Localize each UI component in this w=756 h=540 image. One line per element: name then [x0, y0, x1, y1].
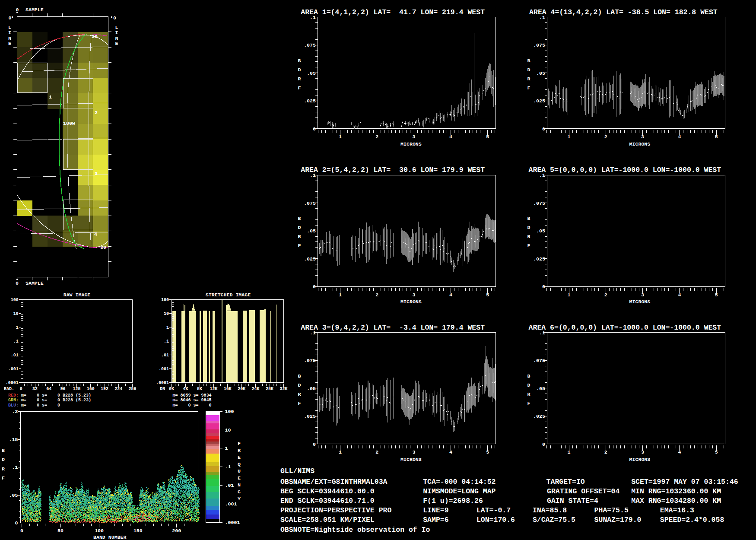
svg-text:8K: 8K — [197, 387, 202, 391]
svg-text:224: 224 — [114, 387, 122, 391]
svg-text:SAMPLE: SAMPLE — [25, 280, 44, 286]
svg-text:0: 0 — [113, 15, 116, 21]
svg-text:INA=85.8: INA=85.8 — [533, 506, 567, 515]
svg-text:E: E — [8, 41, 11, 46]
svg-text:180W: 180W — [63, 121, 75, 126]
svg-text:3: 3 — [95, 171, 98, 176]
svg-text:E: E — [115, 41, 118, 46]
svg-text:MICRONS: MICRONS — [400, 457, 422, 462]
svg-text:3: 3 — [413, 292, 416, 298]
svg-text:MICRONS: MICRONS — [629, 457, 651, 462]
svg-text:PHA=75.5: PHA=75.5 — [594, 506, 629, 515]
svg-text:SCET=1997 MAY 07 03:15:46: SCET=1997 MAY 07 03:15:46 — [631, 478, 738, 486]
svg-text:STRETCHED IMAGE: STRETCHED IMAGE — [206, 292, 251, 298]
svg-text:F: F — [527, 400, 530, 406]
svg-text:96: 96 — [60, 387, 65, 391]
svg-text:LAT=-0.7: LAT=-0.7 — [476, 506, 511, 515]
svg-text:RED: m= 0 s= 0 B228 (5.2: RED: m= 0 s= 0 B228 (5.23) — [8, 393, 91, 398]
svg-text:MICRONS: MICRONS — [629, 141, 651, 147]
svg-text:3: 3 — [641, 292, 644, 298]
svg-text:50: 50 — [57, 528, 64, 534]
svg-text:SAMPLE: SAMPLE — [25, 7, 44, 13]
svg-text:0: 0 — [15, 520, 18, 526]
svg-text:B: B — [527, 373, 530, 379]
svg-text:4: 4 — [94, 232, 97, 237]
svg-text:B: B — [298, 58, 301, 64]
svg-text:N: N — [8, 35, 11, 41]
svg-text:D: D — [527, 225, 530, 230]
svg-text:2: 2 — [604, 449, 607, 455]
svg-text:MAX RNG=1034280.00 KM: MAX RNG=1034280.00 KM — [631, 497, 721, 505]
svg-text:3: 3 — [413, 134, 416, 140]
svg-text:.05: .05 — [9, 492, 18, 498]
svg-text:30: 30 — [92, 34, 98, 39]
svg-text:.15: .15 — [9, 437, 18, 442]
svg-text:.001: .001 — [225, 501, 237, 507]
svg-text:10: 10 — [164, 311, 169, 316]
svg-text:2: 2 — [604, 292, 607, 298]
svg-text:m= 8059 s= 9834: m= 8059 s= 9834 — [172, 393, 211, 398]
svg-text:28K: 28K — [266, 387, 273, 391]
svg-text:MICRONS: MICRONS — [629, 299, 651, 305]
svg-text:D: D — [527, 67, 530, 73]
svg-text:.0001: .0001 — [225, 520, 240, 525]
svg-text:AREA 2=(5,4,2,2) LAT= 30.6 LO: AREA 2=(5,4,2,2) LAT= 30.6 LON= 179.9 WE… — [301, 166, 485, 174]
svg-text:30: 30 — [100, 245, 106, 250]
svg-text:B: B — [527, 216, 530, 221]
svg-text:1: 1 — [339, 292, 342, 298]
svg-text:F: F — [527, 85, 530, 91]
svg-text:4: 4 — [449, 134, 452, 140]
svg-text:F: F — [298, 85, 301, 91]
svg-text:10: 10 — [225, 427, 231, 433]
svg-text:192: 192 — [101, 387, 108, 391]
svg-text:128: 128 — [73, 387, 81, 391]
svg-text:5: 5 — [715, 449, 718, 455]
svg-text:AREA 4=(13,4,2,2) LAT= -38.5 L: AREA 4=(13,4,2,2) LAT= -38.5 LON= 182.8 … — [529, 8, 718, 16]
svg-text:MICRONS: MICRONS — [400, 299, 422, 305]
svg-text:12K: 12K — [210, 387, 217, 391]
svg-text:GRATING OFFSET=04: GRATING OFFSET=04 — [547, 487, 619, 496]
svg-text:GLL/NIMS: GLL/NIMS — [280, 467, 314, 475]
svg-text:.1: .1 — [12, 464, 18, 470]
svg-text:TARGET=IO: TARGET=IO — [546, 478, 585, 486]
svg-text:5: 5 — [715, 134, 718, 140]
svg-text:R: R — [238, 448, 241, 453]
svg-text:Y: Y — [238, 496, 241, 502]
svg-text:4: 4 — [449, 292, 452, 298]
svg-text:0: 0 — [16, 280, 19, 286]
svg-text:0: 0 — [16, 7, 19, 13]
svg-text:B: B — [298, 216, 301, 221]
svg-text:L: L — [115, 25, 118, 30]
svg-text:Q: Q — [238, 461, 241, 467]
svg-text:4: 4 — [678, 134, 681, 140]
svg-text:0: 0 — [20, 387, 22, 391]
svg-text:S/CAZ=75.5: S/CAZ=75.5 — [533, 516, 575, 524]
svg-text:1: 1 — [49, 94, 52, 100]
svg-text:D: D — [298, 67, 301, 73]
svg-text:U: U — [238, 468, 241, 474]
svg-text:.1: .1 — [164, 339, 169, 344]
svg-text:m= 0 s= 0: m= 0 s= 0 — [172, 403, 211, 408]
svg-text:5: 5 — [486, 449, 489, 455]
svg-text:.01: .01 — [225, 483, 234, 488]
svg-text:B: B — [2, 448, 5, 453]
svg-text:EMA=16.3: EMA=16.3 — [660, 506, 694, 515]
svg-text:SPEED=2.4*0.058: SPEED=2.4*0.058 — [660, 516, 724, 524]
svg-text:SCALE=258.051 KM/PIXEL: SCALE=258.051 KM/PIXEL — [280, 516, 375, 524]
svg-text:I: I — [8, 30, 11, 35]
svg-text:MIN RNG=1032360.00 KM: MIN RNG=1032360.00 KM — [631, 487, 721, 496]
svg-text:N: N — [238, 482, 241, 488]
svg-text:F: F — [238, 441, 241, 446]
svg-text:R: R — [298, 234, 301, 239]
svg-text:R: R — [527, 76, 530, 82]
svg-text:AREA 5=(0,0,0,0) LAT=-1000.0 L: AREA 5=(0,0,0,0) LAT=-1000.0 LON=-1000.0… — [529, 166, 721, 174]
svg-text:B: B — [527, 58, 530, 64]
svg-text:4: 4 — [678, 292, 681, 298]
svg-text:R: R — [527, 391, 530, 397]
svg-text:2: 2 — [375, 134, 378, 140]
svg-text:GAIN STATE=4: GAIN STATE=4 — [547, 497, 598, 505]
svg-text:R: R — [298, 391, 301, 397]
svg-text:3: 3 — [641, 449, 644, 455]
svg-text:1: 1 — [339, 134, 342, 140]
svg-text:3: 3 — [641, 134, 644, 140]
